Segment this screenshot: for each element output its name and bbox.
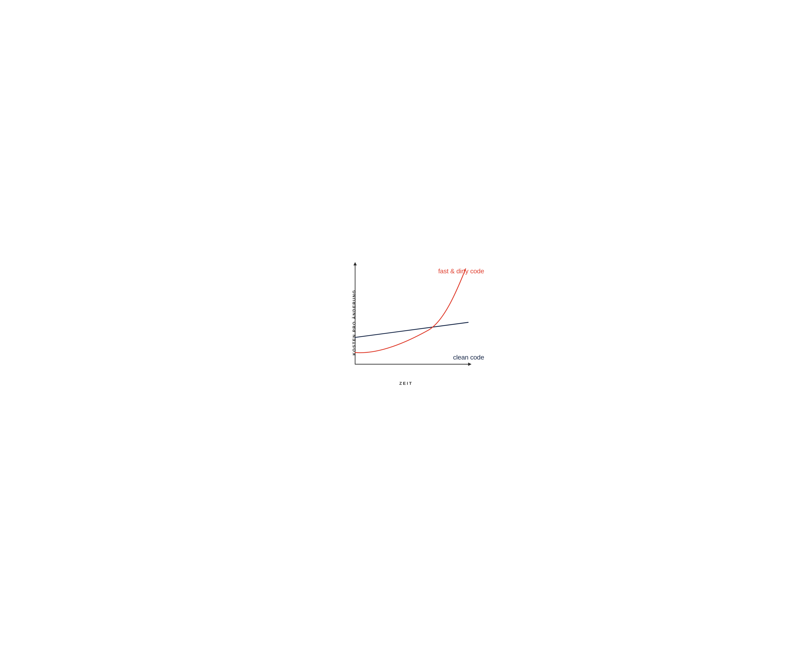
svg-marker-3 — [468, 363, 471, 366]
svg-line-4 — [355, 322, 468, 337]
fast-dirty-label: fast & dirty code — [438, 267, 484, 275]
chart-container: KOSTEN PRO ÄNDERUNG fast & dirty code cl… — [319, 253, 493, 391]
x-axis-label: ZEIT — [399, 381, 413, 386]
svg-marker-1 — [353, 262, 357, 265]
clean-code-label: clean code — [453, 354, 484, 361]
